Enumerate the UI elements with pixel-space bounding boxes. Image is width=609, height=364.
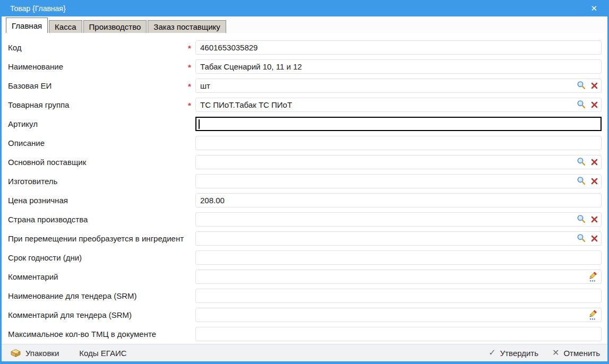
required-asterisk — [188, 333, 195, 334]
titlebar: Товар {Главная} ✕ — [0, 0, 609, 16]
field-value: шт — [200, 81, 573, 90]
x-icon: ✕ — [552, 349, 559, 357]
field-label: Товарная группа — [8, 100, 188, 109]
text-input[interactable]: 208.00 — [195, 193, 602, 207]
footer-action[interactable]: Коды ЕГАИС — [79, 349, 126, 358]
tab-inactive[interactable]: Заказ поставщику — [148, 20, 226, 33]
field-value: Табак Сценарий 10, 11 и 12 — [200, 62, 598, 71]
text-input[interactable] — [195, 250, 602, 265]
field-label: Комментарий для тендера (SRM) — [8, 310, 188, 319]
form-row: Артикул — [2, 114, 607, 133]
field-label: Описание — [8, 138, 188, 148]
search-icon[interactable] — [577, 100, 586, 109]
required-asterisk: * — [188, 81, 195, 91]
form-row: Комментарий для тендера (SRM) — [2, 305, 607, 324]
text-input[interactable] — [195, 136, 602, 150]
required-asterisk — [188, 295, 195, 296]
lookup-icon-group — [577, 81, 598, 90]
form-row: Наименование для тендера (SRM) — [2, 286, 607, 305]
tab-inactive[interactable]: Производство — [83, 20, 147, 33]
clear-icon[interactable] — [591, 101, 598, 108]
edit-pencil-icon[interactable] — [588, 310, 598, 320]
form-row: Комментарий — [2, 267, 607, 286]
clear-icon[interactable] — [591, 178, 598, 185]
required-asterisk: * — [188, 42, 195, 53]
search-icon[interactable] — [577, 176, 586, 186]
field-label: Наименование для тендера (SRM) — [8, 291, 188, 300]
field-label: Страна производства — [8, 215, 188, 224]
footer-action-label: Упаковки — [25, 349, 59, 358]
form-row: Базовая ЕИ * шт — [2, 76, 607, 95]
package-icon — [10, 349, 21, 358]
form-row: Цена розничная 208.00 — [2, 190, 607, 210]
form-row: Код * 4601653035829 — [2, 38, 607, 57]
text-input[interactable] — [195, 117, 602, 131]
form-row: При перемещении преобразуется в ингредие… — [2, 229, 607, 248]
lookup-icon-group — [577, 233, 598, 243]
field-label: Цена розничная — [8, 196, 188, 205]
search-icon[interactable] — [577, 157, 586, 167]
form-row: Изготовитель — [2, 171, 607, 190]
field-label: Артикул — [8, 119, 188, 128]
form-row: Максимальное кол-во ТМЦ в документе — [2, 324, 607, 343]
tab-active[interactable]: Главная — [6, 18, 48, 33]
search-icon[interactable] — [577, 81, 586, 90]
check-icon: ✓ — [488, 349, 495, 357]
text-input[interactable] — [195, 231, 602, 246]
tab-inactive[interactable]: Касса — [49, 20, 82, 33]
search-icon[interactable] — [577, 233, 586, 243]
dialog-body: Главная Касса Производство Заказ поставщ… — [2, 16, 607, 361]
field-label: Изготовитель — [8, 177, 188, 186]
form-row: Срок годности (дни) — [2, 248, 607, 267]
text-input[interactable] — [195, 289, 602, 303]
required-asterisk — [188, 219, 195, 220]
text-input[interactable] — [195, 212, 602, 227]
footer-right-actions: ✓ Утвердить ✕ Отменить — [488, 349, 600, 358]
text-input[interactable]: Табак Сценарий 10, 11 и 12 — [195, 59, 602, 74]
text-input[interactable]: шт — [195, 79, 602, 93]
required-asterisk — [188, 238, 195, 239]
clear-icon[interactable] — [591, 82, 598, 89]
footer-action[interactable]: Упаковки — [10, 349, 59, 358]
required-asterisk — [188, 161, 195, 162]
required-asterisk — [188, 180, 195, 181]
form-row: Основной поставщик — [2, 152, 607, 171]
field-label: Максимальное кол-во ТМЦ в документе — [8, 330, 188, 339]
text-input[interactable] — [195, 155, 602, 169]
cancel-button[interactable]: ✕ Отменить — [552, 349, 600, 358]
approve-button[interactable]: ✓ Утвердить — [488, 349, 538, 358]
form-row: Наименование * Табак Сценарий 10, 11 и 1… — [2, 57, 607, 76]
clear-icon[interactable] — [591, 216, 598, 223]
edit-icon-group — [588, 310, 598, 320]
window-title: Товар {Главная} — [10, 4, 588, 13]
text-input[interactable] — [195, 327, 602, 341]
approve-button-label: Утвердить — [500, 349, 538, 358]
form-row: Описание — [2, 133, 607, 152]
form-row: Товарная группа * ТС ПИоТ.Табак ТС ПИоТ — [2, 95, 607, 114]
field-value: 208.00 — [200, 196, 598, 205]
cancel-button-label: Отменить — [563, 349, 600, 358]
lookup-icon-group — [577, 100, 598, 109]
required-asterisk — [188, 314, 195, 315]
field-label: Код — [8, 43, 188, 52]
lookup-icon-group — [577, 176, 598, 186]
clear-icon[interactable] — [591, 235, 598, 242]
required-asterisk: * — [188, 100, 195, 110]
close-icon[interactable]: ✕ — [588, 3, 599, 13]
text-input[interactable]: ТС ПИоТ.Табак ТС ПИоТ — [195, 98, 602, 112]
text-input[interactable]: 4601653035829 — [195, 40, 602, 55]
text-input[interactable] — [195, 174, 602, 188]
field-label: Базовая ЕИ — [8, 81, 188, 90]
footer-action-label: Коды ЕГАИС — [79, 349, 126, 358]
text-input[interactable] — [195, 308, 602, 322]
clear-icon[interactable] — [591, 159, 598, 166]
search-icon[interactable] — [577, 214, 586, 224]
required-asterisk — [188, 257, 195, 258]
lookup-icon-group — [577, 157, 598, 167]
field-value: 4601653035829 — [200, 43, 598, 52]
text-input[interactable] — [195, 270, 602, 284]
required-asterisk — [188, 276, 195, 277]
required-asterisk: * — [188, 62, 195, 72]
edit-pencil-icon[interactable] — [588, 272, 598, 282]
lookup-icon-group — [577, 214, 598, 224]
